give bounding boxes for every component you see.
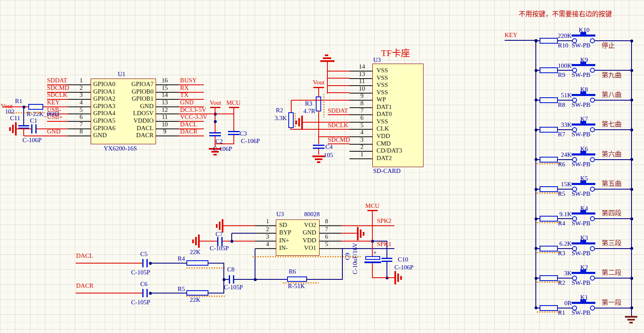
wire (595, 308, 632, 308)
drc-marker (537, 163, 561, 164)
junction-dot (630, 277, 633, 280)
wire (536, 308, 540, 308)
pushbutton-contact-icon (590, 246, 595, 251)
switch-type-label: SW-PB (572, 161, 590, 168)
junction-dot (630, 306, 633, 309)
switch-type-label: SW-PB (572, 220, 590, 227)
resistor-value: 33K (552, 122, 572, 128)
wire (536, 100, 540, 101)
wire (536, 129, 540, 130)
wire (595, 189, 632, 190)
resistor-value: 24K (552, 152, 572, 158)
wire (558, 129, 573, 130)
resistor-designator: R3 (558, 250, 565, 257)
wire (595, 100, 632, 101)
junction-dot (630, 188, 633, 191)
pushbutton-contact-icon (590, 306, 595, 311)
resistor-value: 0R (552, 300, 572, 307)
pushbutton-contact-icon (590, 38, 595, 43)
wire (558, 308, 573, 308)
pushbutton-icon (580, 240, 586, 243)
resistor-designator: R5 (558, 191, 565, 197)
key-function-label: 第一段 (602, 299, 622, 306)
pushbutton-contact-icon (590, 157, 595, 162)
junction-dot (630, 39, 633, 42)
pushbutton-icon (580, 91, 586, 94)
resistor-value: 51K (552, 92, 572, 99)
wire (558, 100, 573, 101)
pushbutton-icon (580, 62, 586, 64)
junction-dot (630, 247, 633, 250)
wire (536, 159, 540, 160)
wire (558, 278, 573, 279)
pushbutton-contact-icon (590, 216, 595, 221)
key-function-label: 第九曲 (602, 72, 622, 79)
resistor-designator: R6 (558, 161, 565, 168)
resistor-value: 220K (552, 33, 572, 39)
resistor-value: 6.2K (552, 241, 572, 247)
pushbutton-contact-icon (590, 127, 595, 132)
pushbutton-contact-icon (590, 276, 595, 281)
switch-type-label: SW-PB (572, 72, 590, 79)
key-function-label: 第三段 (602, 240, 622, 247)
resistor-designator: R1 (558, 310, 565, 316)
pushbutton-icon (580, 151, 586, 154)
pushbutton-icon (580, 180, 586, 183)
pushbutton-icon (580, 210, 586, 213)
pushbutton-icon (580, 269, 586, 272)
pushbutton-contact-icon (590, 68, 595, 73)
pushbutton-icon (580, 32, 586, 35)
wire (595, 278, 632, 279)
switch-type-label: SW-PB (572, 102, 590, 109)
pushbutton-contact-icon (590, 98, 595, 103)
wire (558, 40, 573, 41)
switch-type-label: SW-PB (572, 310, 590, 316)
wire (558, 70, 573, 71)
key-function-label: 第五曲 (602, 180, 622, 187)
drc-marker (537, 252, 561, 253)
junction-dot (630, 217, 633, 220)
key-function-label: 第二段 (602, 269, 622, 276)
wire (595, 159, 632, 160)
wire (536, 218, 540, 219)
junction-dot (630, 158, 633, 161)
wire (536, 248, 540, 249)
drc-marker (537, 311, 561, 313)
resistor-designator: R10 (558, 42, 568, 49)
switch-type-label: SW-PB (572, 250, 590, 257)
resistor-designator: R7 (558, 131, 565, 138)
junction-dot (630, 69, 633, 72)
wire (536, 278, 540, 279)
key-function-label: 停止 (602, 42, 615, 49)
resistor-designator: R4 (558, 220, 565, 227)
key-function-label: 第四段 (602, 210, 622, 217)
switch-type-label: SW-PB (572, 42, 590, 49)
key-function-label: 第八曲 (602, 91, 622, 99)
drc-marker (537, 192, 561, 194)
junction-dot (630, 99, 633, 101)
wire (558, 159, 573, 160)
wire (536, 70, 540, 71)
resistor-value: 100K (552, 63, 572, 69)
wire (558, 189, 573, 190)
wire (558, 218, 573, 219)
resistor-designator: R8 (558, 102, 565, 109)
wire (595, 40, 632, 41)
junction-dot (630, 128, 633, 131)
resistor-value: 3K (552, 270, 572, 277)
resistor-value: 15K (552, 181, 572, 188)
wire (595, 218, 632, 219)
key-function-label: 第六曲 (602, 151, 622, 158)
switch-type-label: SW-PB (572, 131, 590, 138)
switch-type-label: SW-PB (572, 191, 590, 197)
schematic-canvas: U1 YX6200-16S SDDAT 1 GPIOA0 SDCMD 2 GPI… (0, 0, 644, 333)
pushbutton-icon (580, 299, 586, 302)
key-rows: 220K R10 K10 SW-PB 停止 100K R9 K9 (0, 0, 644, 333)
resistor-value: 9.1K (552, 211, 572, 218)
pushbutton-contact-icon (590, 187, 595, 192)
wire (536, 189, 540, 190)
resistor-designator: R9 (558, 72, 565, 79)
pushbutton-icon (580, 121, 586, 124)
wire (536, 40, 540, 41)
switch-type-label: SW-PB (572, 280, 590, 286)
